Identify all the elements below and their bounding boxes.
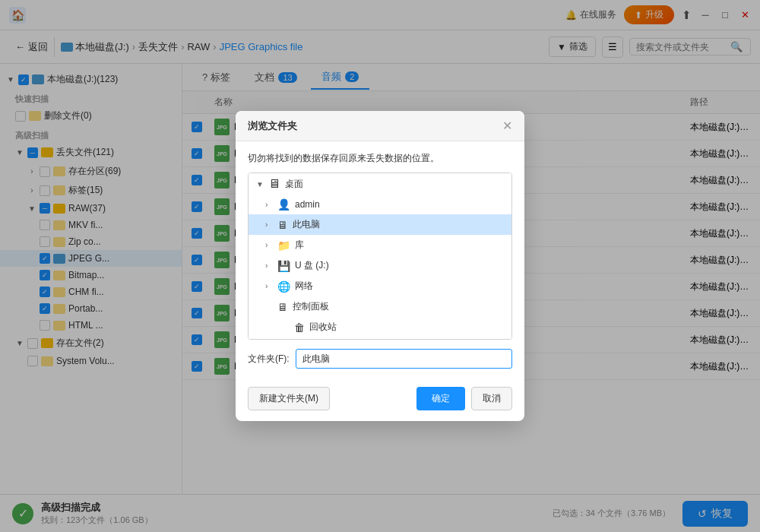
lib-icon: 📁 — [277, 239, 290, 252]
modal-folder-input[interactable] — [296, 349, 512, 369]
u-arrow-icon: › — [265, 261, 273, 270]
lib-arrow-icon: › — [265, 241, 273, 249]
modal-overlay: 浏览文件夹 ✕ 切勿将找到的数据保存回原来丢失数据的位置。 ▼ 🖥 桌面 › 👤… — [0, 0, 760, 532]
control-icon: 🖥 — [277, 301, 288, 313]
tree-item-recycle[interactable]: 🗑 回收站 — [249, 317, 511, 337]
modal-folder-label: 文件夹(F): — [248, 353, 290, 366]
net-arrow-icon: › — [265, 282, 273, 290]
tree-item-admin[interactable]: › 👤 admin — [249, 195, 511, 214]
modal-confirm-cancel: 确定 取消 — [416, 387, 512, 410]
modal-warning-text: 切勿将找到的数据保存回原来丢失数据的位置。 — [248, 152, 512, 165]
modal-close-button[interactable]: ✕ — [502, 119, 512, 133]
tree-item-lib[interactable]: › 📁 库 — [249, 235, 511, 255]
modal-body: 切勿将找到的数据保存回原来丢失数据的位置。 ▼ 🖥 桌面 › 👤 admin › — [236, 141, 524, 379]
pc-icon: 🖥 — [277, 219, 288, 231]
modal-title-bar: 浏览文件夹 ✕ — [236, 111, 524, 141]
tree-item-u[interactable]: › 💾 U 盘 (J:) — [249, 255, 511, 276]
tree-item-desktop[interactable]: ▼ 🖥 桌面 — [249, 173, 511, 195]
recycle-icon: 🗑 — [294, 321, 305, 334]
tree-item-pc[interactable]: › 🖥 此电脑 — [249, 214, 511, 235]
modal-buttons: 新建文件夹(M) 确定 取消 — [236, 379, 524, 421]
browse-folder-modal: 浏览文件夹 ✕ 切勿将找到的数据保存回原来丢失数据的位置。 ▼ 🖥 桌面 › 👤… — [236, 111, 524, 421]
modal-folder-row: 文件夹(F): — [248, 349, 512, 369]
admin-arrow-icon: › — [265, 201, 273, 209]
pc-arrow-icon: › — [265, 220, 273, 229]
new-folder-button[interactable]: 新建文件夹(M) — [248, 387, 330, 410]
modal-tree: ▼ 🖥 桌面 › 👤 admin › 🖥 此电脑 › — [248, 173, 512, 340]
modal-title: 浏览文件夹 — [248, 119, 297, 133]
tree-item-newfolder[interactable]: › 📁 新建文件夹 — [249, 337, 511, 340]
cancel-button[interactable]: 取消 — [471, 387, 512, 410]
net-icon: 🌐 — [277, 280, 290, 293]
tree-item-control[interactable]: 🖥 控制面板 — [249, 296, 511, 317]
desktop-arrow-icon: ▼ — [256, 180, 264, 188]
confirm-button[interactable]: 确定 — [416, 387, 465, 410]
tree-item-net[interactable]: › 🌐 网络 — [249, 276, 511, 296]
admin-person-icon: 👤 — [277, 198, 290, 211]
desktop-icon: 🖥 — [268, 177, 280, 191]
u-drive-icon: 💾 — [277, 260, 290, 272]
